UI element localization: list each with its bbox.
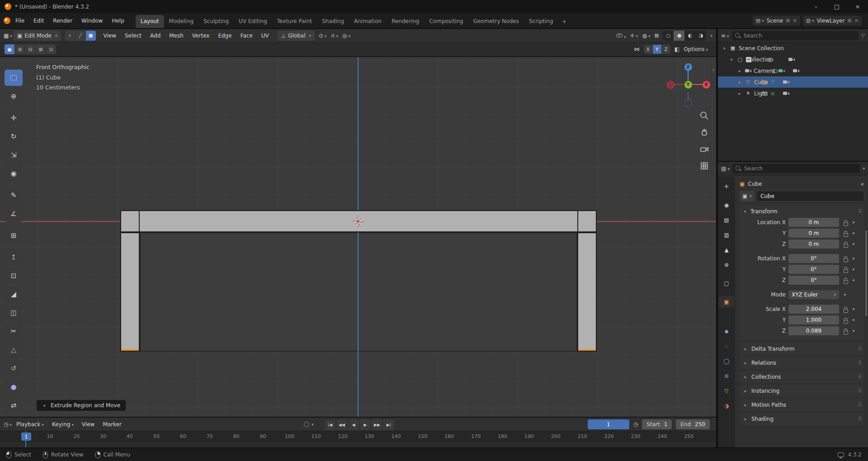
lock-icon[interactable]	[843, 317, 848, 324]
lock-icon[interactable]	[843, 306, 848, 313]
select-extend-button[interactable]: ⊞	[15, 44, 25, 54]
tool-move[interactable]: ✛	[5, 110, 23, 126]
filter-icon[interactable]: ▽	[861, 33, 865, 38]
tool-add-cube[interactable]: ⊞	[5, 227, 23, 244]
hide-eye-icon[interactable]	[761, 90, 768, 97]
scene-icon[interactable]: ▤	[756, 18, 764, 24]
mirror-y-button[interactable]: Y	[653, 45, 661, 54]
current-frame-indicator[interactable]: 1	[21, 433, 31, 441]
scrollbar[interactable]	[865, 230, 867, 316]
shading-material-button[interactable]: ◐	[684, 31, 695, 41]
unlink-view-layer-icon[interactable]: ×	[854, 18, 859, 24]
tool-poly-build[interactable]: △	[5, 342, 23, 358]
camera-view-icon[interactable]	[699, 144, 710, 155]
view-menu[interactable]: View	[100, 31, 120, 41]
transform-panel-header[interactable]: ▾ Transform ⠿	[742, 207, 862, 216]
visibility-eye-icon[interactable]	[616, 32, 626, 40]
expand-icon[interactable]: ▸	[737, 91, 742, 96]
drag-dots-icon[interactable]: ⠿	[858, 388, 861, 394]
outliner-search-input[interactable]	[744, 33, 856, 39]
tab-particles[interactable]: ∴	[719, 340, 734, 352]
drag-dots-icon[interactable]: ⠿	[858, 416, 861, 422]
animate-dot[interactable]	[844, 294, 846, 296]
select-invert-button[interactable]: ⊠	[36, 44, 46, 54]
shading-dropdown-icon[interactable]: ▾	[710, 33, 712, 38]
jump-to-end-button[interactable]: ▶|	[383, 419, 394, 430]
location-y-field[interactable]: 0 m	[788, 229, 839, 238]
tool-select-box[interactable]: ▢	[5, 70, 23, 86]
outliner-row-collection[interactable]: ▾ ▢ Collection	[718, 54, 868, 65]
tool-loop-cut[interactable]: ◫	[5, 305, 23, 321]
mesh-inner-region[interactable]	[140, 232, 577, 352]
section-delta-transform[interactable]: ▸Delta Transform⠿	[740, 343, 864, 355]
select-menu[interactable]: Select	[121, 31, 145, 41]
lock-icon[interactable]	[843, 219, 848, 226]
tool-measure[interactable]: ∠	[5, 206, 23, 222]
tab-physics[interactable]: ◯	[719, 355, 734, 367]
tab-view-layer[interactable]: ▥	[719, 229, 734, 241]
gizmo-x-ball[interactable]: X	[703, 81, 710, 89]
sidebar-collapse-icon[interactable]: ‹	[712, 66, 715, 73]
clock-icon[interactable]: ◷	[633, 421, 638, 428]
workspace-tab-scripting[interactable]: Scripting	[524, 15, 558, 28]
edge-select-mode-button[interactable]: ╱	[75, 31, 85, 41]
lock-icon[interactable]	[843, 241, 848, 248]
tool-spin[interactable]: ↺	[5, 360, 23, 376]
workspace-tab-layout[interactable]: Layout	[136, 15, 164, 28]
animate-dot[interactable]	[853, 258, 854, 259]
maximize-button[interactable]: □	[826, 0, 847, 13]
expand-icon[interactable]: ▾	[729, 57, 734, 62]
unlink-scene-icon[interactable]: ×	[793, 18, 797, 24]
location-x-field[interactable]: 0 m	[788, 218, 839, 227]
editor-type-icon[interactable]: ▦	[4, 33, 12, 39]
prev-keyframe-button[interactable]: ◀◀	[336, 419, 347, 430]
timeline-track[interactable]	[0, 442, 716, 447]
menu-edit[interactable]: Edit	[29, 16, 48, 26]
scene-selector[interactable]: ▤ Scene ⊞ ×	[753, 16, 800, 26]
playback-menu[interactable]: Playback	[13, 419, 47, 429]
workspace-tab-modeling[interactable]: Modeling	[164, 15, 199, 28]
xray-toggle-icon[interactable]: ⊠	[654, 33, 659, 39]
selected-edge[interactable]	[578, 349, 596, 351]
pivot-point-icon[interactable]: ⊙	[319, 33, 327, 39]
lock-icon[interactable]	[843, 255, 848, 262]
snap-magnet-icon[interactable]: ∩	[331, 33, 338, 39]
tab-collection[interactable]: ▢	[719, 278, 734, 289]
expand-icon[interactable]: ▸	[737, 80, 742, 85]
rotation-x-field[interactable]: 0°	[788, 254, 839, 263]
menu-file[interactable]: File	[11, 16, 28, 26]
menu-render[interactable]: Render	[49, 16, 76, 26]
transform-orientation-dropdown[interactable]: ⊥ Global	[278, 31, 315, 41]
gizmo-negz-ball[interactable]	[684, 99, 692, 107]
section-collections[interactable]: ▸Collections⠿	[740, 371, 864, 383]
tab-world[interactable]: ⊕	[719, 259, 734, 271]
workspace-tab-animation[interactable]: Animation	[349, 15, 387, 28]
tool-annotate[interactable]: ✎	[5, 187, 23, 203]
outliner-search[interactable]	[732, 31, 859, 40]
tool-smooth[interactable]: ●	[5, 379, 23, 395]
properties-options-icon[interactable]: ▾	[863, 166, 865, 171]
workspace-tab-compositing[interactable]: Compositing	[424, 15, 468, 28]
render-visibility-icon[interactable]	[793, 67, 799, 74]
vertex-menu[interactable]: Vertex	[189, 31, 213, 41]
shading-solid-button[interactable]: ●	[674, 31, 684, 41]
section-motion-paths[interactable]: ▸Motion Paths⠿	[740, 399, 864, 411]
workspace-tab-sculpting[interactable]: Sculpting	[198, 15, 234, 28]
mesh-menu[interactable]: Mesh	[165, 31, 187, 41]
hide-eye-icon[interactable]	[771, 67, 778, 74]
pin-icon[interactable]: ➤	[859, 180, 866, 188]
tool-bevel[interactable]: ◢	[5, 286, 23, 302]
tab-object-data[interactable]: ▽	[719, 385, 734, 397]
tab-object[interactable]: ▣	[719, 296, 734, 308]
tab-material[interactable]: ◑	[719, 400, 734, 412]
mirror-z-button[interactable]: Z	[662, 45, 670, 54]
vertex-select-mode-button[interactable]: ∙	[65, 31, 75, 41]
tool-knife[interactable]: ✂	[5, 323, 23, 339]
gizmo-negx-ball[interactable]	[667, 81, 675, 89]
mesh-right-leg[interactable]	[577, 232, 597, 352]
scale-x-field[interactable]: 2.004	[788, 305, 839, 314]
marker-menu[interactable]: Marker	[99, 419, 125, 429]
select-set-button[interactable]: ▣	[5, 44, 14, 54]
outliner-row-light[interactable]: ▸ ☀ Light ◎	[718, 88, 868, 99]
animate-dot[interactable]	[853, 268, 854, 270]
